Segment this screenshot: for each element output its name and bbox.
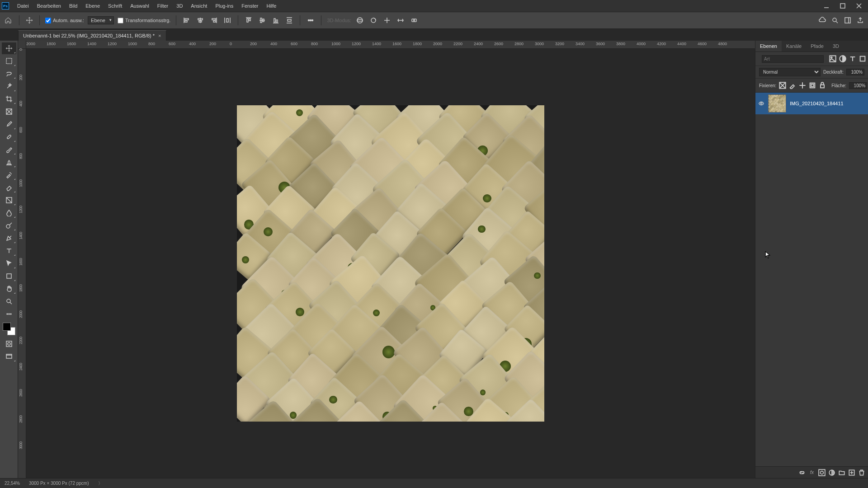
- main-menu: Datei Bearbeiten Bild Ebene Schrift Ausw…: [14, 1, 280, 10]
- menu-ebene[interactable]: Ebene: [82, 1, 104, 10]
- magic-wand-tool[interactable]: [2, 80, 16, 92]
- rectangular-marquee-tool[interactable]: [2, 55, 16, 67]
- dodge-tool[interactable]: [2, 220, 16, 231]
- menu-plugins[interactable]: Plug-ins: [212, 1, 237, 10]
- menu-schrift[interactable]: Schrift: [104, 1, 126, 10]
- close-button[interactable]: [852, 1, 866, 10]
- svg-rect-1: [840, 4, 845, 8]
- status-more-icon[interactable]: 〉: [98, 480, 103, 487]
- maximize-button[interactable]: [835, 1, 850, 10]
- screen-mode-tool[interactable]: [2, 351, 16, 362]
- vertical-ruler[interactable]: 0200400600800100012001400160018002000220…: [18, 49, 26, 478]
- lock-artboard-icon[interactable]: [809, 80, 816, 90]
- tab-3d[interactable]: 3D: [828, 41, 844, 52]
- menu-bild[interactable]: Bild: [66, 1, 81, 10]
- zoom-tool[interactable]: [2, 296, 16, 307]
- layer-effects-icon[interactable]: fx: [808, 469, 816, 476]
- align-top-icon[interactable]: [244, 15, 254, 25]
- layer-visibility-icon[interactable]: [758, 100, 764, 107]
- align-vcenter-icon[interactable]: [257, 15, 267, 25]
- align-bottom-icon[interactable]: [271, 15, 281, 25]
- align-right-icon[interactable]: [209, 15, 219, 25]
- frame-tool[interactable]: [2, 106, 16, 117]
- quickmask-tool[interactable]: [2, 338, 16, 350]
- delete-layer-icon[interactable]: [858, 469, 865, 476]
- document-canvas[interactable]: [237, 105, 544, 422]
- filter-adjust-icon[interactable]: [839, 54, 846, 64]
- foreground-color-swatch[interactable]: [3, 323, 11, 331]
- menu-ansicht[interactable]: Ansicht: [187, 1, 211, 10]
- share-icon[interactable]: [855, 15, 865, 25]
- auto-select-checkbox[interactable]: Autom. ausw.:: [45, 18, 84, 23]
- menu-auswahl[interactable]: Auswahl: [127, 1, 153, 10]
- svg-rect-67: [810, 83, 815, 88]
- eyedropper-tool[interactable]: [2, 118, 16, 130]
- filter-image-icon[interactable]: [829, 54, 836, 64]
- more-options-icon[interactable]: [306, 15, 316, 25]
- layer-group-icon[interactable]: [838, 469, 845, 476]
- align-left-icon[interactable]: [182, 15, 192, 25]
- status-dimensions[interactable]: 3000 Px × 3000 Px (72 ppcm): [29, 481, 89, 486]
- minimize-button[interactable]: [819, 1, 834, 10]
- layer-name-label[interactable]: IMG_20210420_184411: [790, 101, 844, 106]
- lock-paint-icon[interactable]: [789, 80, 796, 90]
- document-tab[interactable]: Unbenannt-1 bei 22,5% (IMG_20210420_1844…: [18, 30, 166, 41]
- spot-healing-tool[interactable]: [2, 131, 16, 143]
- transform-controls-checkbox[interactable]: Transformationsstrg.: [118, 18, 170, 23]
- horizontal-ruler[interactable]: 2000180016001400120010008006004002000200…: [26, 41, 755, 49]
- layer-thumbnail[interactable]: [768, 94, 786, 113]
- menu-datei[interactable]: Datei: [14, 1, 33, 10]
- history-brush-tool[interactable]: [2, 169, 16, 181]
- type-tool[interactable]: [2, 245, 16, 257]
- rectangle-tool[interactable]: [2, 270, 16, 282]
- gradient-tool[interactable]: [2, 194, 16, 206]
- distribute-h-icon[interactable]: [222, 15, 232, 25]
- align-hcenter-icon[interactable]: [195, 15, 205, 25]
- menu-bearbeiten[interactable]: Bearbeiten: [33, 1, 65, 10]
- auto-select-label: Autom. ausw.:: [53, 18, 84, 23]
- clone-stamp-tool[interactable]: [2, 156, 16, 168]
- crop-tool[interactable]: [2, 93, 16, 105]
- ruler-origin[interactable]: [18, 41, 26, 49]
- edit-toolbar-icon[interactable]: [2, 308, 16, 320]
- status-zoom[interactable]: 22,54%: [5, 481, 20, 486]
- layer-filter-input[interactable]: [762, 55, 824, 63]
- adjustment-layer-icon[interactable]: [828, 469, 835, 476]
- layer-mask-icon[interactable]: [818, 469, 826, 476]
- workspace-icon[interactable]: [843, 15, 853, 25]
- fill-input[interactable]: [849, 82, 867, 89]
- cloud-docs-icon[interactable]: [817, 15, 827, 25]
- distribute-v-icon[interactable]: [284, 15, 294, 25]
- link-layers-icon[interactable]: [798, 469, 806, 476]
- search-icon[interactable]: [830, 15, 840, 25]
- tab-kanaele[interactable]: Kanäle: [782, 41, 806, 52]
- lock-pixels-icon[interactable]: [779, 80, 786, 90]
- menu-fenster[interactable]: Fenster: [238, 1, 262, 10]
- new-layer-icon[interactable]: [848, 469, 855, 476]
- tab-ebenen[interactable]: Ebenen: [755, 41, 782, 52]
- tab-pfade[interactable]: Pfade: [806, 41, 828, 52]
- filter-shape-icon[interactable]: [859, 54, 866, 64]
- lock-position-icon[interactable]: [799, 80, 806, 90]
- auto-select-target[interactable]: Ebene: [88, 16, 114, 24]
- menu-hilfe[interactable]: Hilfe: [263, 1, 280, 10]
- brush-tool[interactable]: [2, 144, 16, 155]
- path-selection-tool[interactable]: [2, 258, 16, 269]
- pen-tool[interactable]: [2, 232, 16, 244]
- home-button[interactable]: [3, 15, 14, 26]
- blur-tool[interactable]: [2, 207, 16, 219]
- lasso-tool[interactable]: [2, 68, 16, 80]
- opacity-input[interactable]: [846, 69, 864, 75]
- filter-type-icon[interactable]: [849, 54, 856, 64]
- hand-tool[interactable]: [2, 283, 16, 295]
- layer-row[interactable]: IMG_20210420_184411: [755, 93, 868, 114]
- move-tool[interactable]: [2, 42, 16, 54]
- eraser-tool[interactable]: [2, 182, 16, 193]
- menu-3d[interactable]: 3D: [173, 1, 186, 10]
- close-tab-icon[interactable]: ×: [158, 33, 161, 38]
- blend-mode-select[interactable]: Normal: [759, 68, 821, 76]
- lock-all-icon[interactable]: [819, 80, 826, 90]
- menu-filter[interactable]: Filter: [154, 1, 172, 10]
- color-swatches[interactable]: [2, 321, 16, 337]
- canvas-area[interactable]: 2000180016001400120010008006004002000200…: [18, 41, 755, 478]
